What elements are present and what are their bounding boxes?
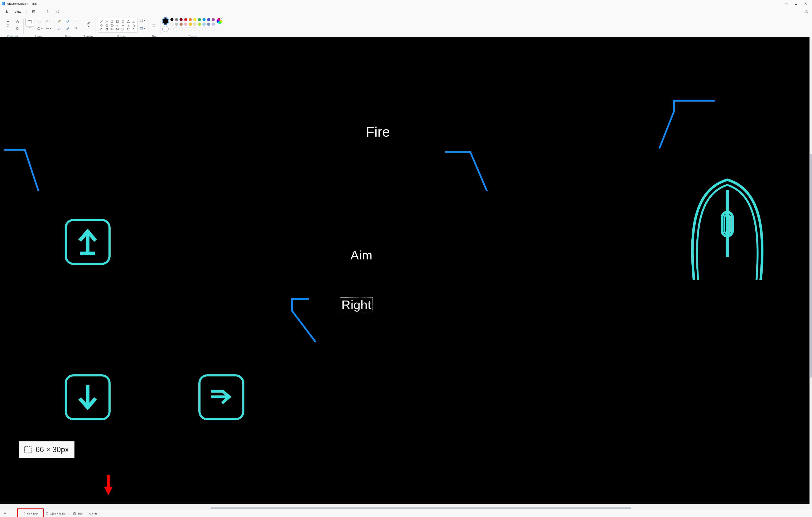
color-swatch[interactable] [170, 23, 174, 26]
group-colors: Colors [160, 18, 225, 38]
text-tool[interactable] [72, 18, 80, 24]
color-swatch[interactable] [184, 23, 187, 26]
color-swatch-empty[interactable] [175, 27, 178, 30]
group-clipboard: Clipboard [2, 18, 23, 38]
zoom-tool[interactable] [72, 25, 80, 32]
svg-rect-22 [116, 21, 119, 23]
resize-button[interactable] [45, 18, 52, 24]
vertical-scrollbar[interactable] [810, 37, 812, 504]
menu-file[interactable]: File [2, 9, 10, 14]
shapes-gallery[interactable] [97, 18, 138, 33]
fill-tool[interactable] [64, 18, 71, 24]
eraser-tool[interactable] [56, 25, 63, 32]
color1-swatch[interactable] [162, 18, 169, 24]
svg-marker-26 [100, 24, 103, 27]
ribbon: Clipboard Image [0, 16, 812, 39]
horizontal-scrollbar[interactable] [0, 506, 810, 510]
svg-point-10 [16, 22, 17, 22]
group-image: Image [23, 18, 54, 38]
settings-button[interactable] [803, 8, 810, 15]
flip-button[interactable] [45, 25, 52, 32]
select-tool[interactable] [25, 18, 34, 27]
color-swatch[interactable] [170, 18, 174, 21]
svg-rect-52 [74, 513, 75, 513]
cut-button[interactable] [14, 18, 21, 24]
window-controls [782, 0, 810, 7]
color-swatch[interactable] [188, 23, 192, 26]
svg-point-7 [806, 11, 807, 12]
select-dropdown-icon[interactable] [29, 28, 31, 28]
color-swatch[interactable] [198, 18, 201, 21]
svg-rect-50 [46, 513, 48, 515]
edit-colors-button[interactable] [216, 18, 223, 24]
shape-fill-button[interactable] [139, 26, 146, 31]
canvas[interactable]: Fire Aim Right [0, 37, 810, 504]
svg-point-17 [69, 22, 69, 22]
svg-rect-5 [33, 10, 34, 11]
callout-line [672, 100, 793, 264]
canvas-area: Fire Aim Right [0, 37, 812, 510]
crop-button[interactable] [36, 18, 44, 24]
color-swatch[interactable] [188, 18, 192, 21]
svg-point-32 [111, 28, 113, 30]
color-swatch-empty[interactable] [198, 27, 201, 30]
svg-rect-16 [28, 21, 31, 24]
color-swatch-empty[interactable] [211, 27, 215, 30]
svg-line-13 [17, 20, 19, 22]
picker-tool[interactable] [64, 25, 71, 32]
paste-button[interactable] [4, 18, 12, 30]
minimize-button[interactable] [782, 0, 791, 7]
svg-rect-15 [17, 28, 19, 30]
dimensions-icon [46, 512, 49, 515]
color-swatch-empty[interactable] [202, 27, 206, 30]
color-swatch[interactable] [207, 18, 210, 21]
color-swatch[interactable] [193, 18, 197, 21]
color-swatch-empty[interactable] [193, 27, 197, 30]
close-button[interactable] [801, 0, 810, 7]
color-swatch[interactable] [202, 18, 206, 21]
color-swatch[interactable] [179, 18, 183, 21]
title-bar: Graphic narration - Paint [0, 0, 812, 7]
undo-button[interactable] [45, 8, 52, 15]
svg-point-11 [18, 22, 19, 22]
color-swatch[interactable] [211, 23, 215, 26]
color-swatch[interactable] [193, 23, 197, 26]
copy-button[interactable] [14, 25, 21, 32]
svg-marker-30 [100, 28, 103, 30]
shape-outline-button[interactable] [139, 18, 146, 23]
status-selection: 66 × 30px [19, 510, 42, 517]
rotate-button[interactable] [36, 25, 44, 32]
svg-marker-31 [105, 28, 108, 30]
menu-view[interactable]: View [13, 9, 23, 14]
color-swatch[interactable] [198, 23, 201, 26]
redo-button[interactable] [54, 8, 61, 15]
pencil-tool[interactable] [56, 18, 63, 24]
save-button[interactable] [30, 8, 37, 15]
color-swatch[interactable] [175, 18, 178, 21]
svg-rect-4 [33, 10, 35, 13]
group-brushes: Brushes [82, 18, 95, 38]
color2-swatch[interactable] [162, 26, 169, 32]
divider [41, 9, 41, 14]
color-swatch[interactable] [175, 23, 178, 26]
size-button[interactable] [150, 18, 158, 30]
color-swatch[interactable] [202, 23, 206, 26]
color-swatch-empty[interactable] [170, 27, 174, 30]
color-swatch-empty[interactable] [184, 27, 187, 30]
canvas-label-fire: Fire [366, 124, 390, 140]
color-swatch[interactable] [207, 23, 210, 26]
svg-point-21 [111, 21, 113, 23]
svg-rect-14 [17, 28, 18, 30]
color-swatch-empty[interactable] [179, 27, 183, 30]
svg-marker-27 [106, 24, 108, 27]
color-swatch-empty[interactable] [188, 27, 192, 30]
disk-icon [73, 512, 76, 515]
color-swatch-empty[interactable] [207, 27, 210, 30]
color-swatch[interactable] [211, 18, 215, 21]
color-swatch[interactable] [179, 23, 183, 26]
brushes-button[interactable] [84, 18, 93, 30]
annotation-tooltip-text: 66 × 30px [36, 445, 69, 454]
svg-rect-1 [795, 3, 797, 4]
maximize-button[interactable] [791, 0, 801, 7]
color-swatch[interactable] [184, 18, 187, 21]
